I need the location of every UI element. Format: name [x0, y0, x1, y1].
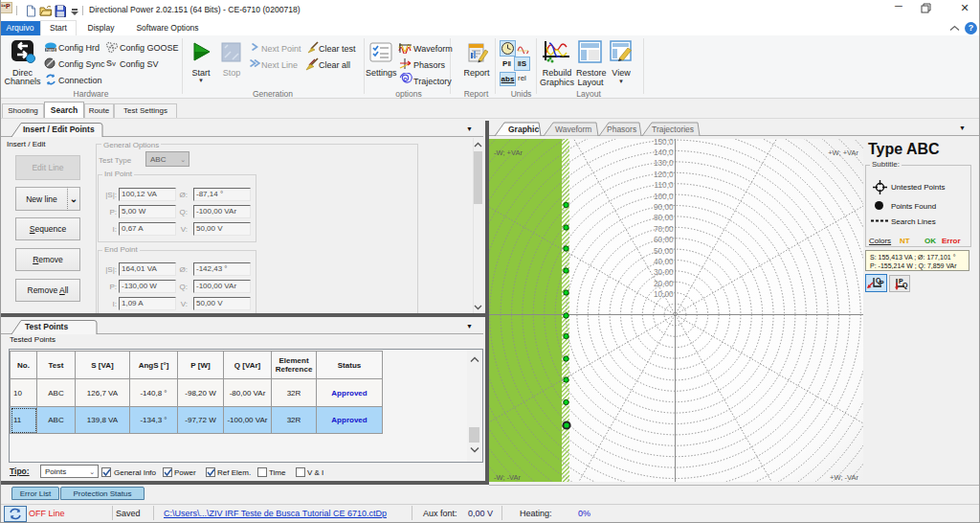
svg-text:+W; -VAr: +W; -VAr — [830, 473, 858, 482]
svg-text:hard: hard — [46, 47, 56, 53]
svg-text:130,0: 130,0 — [654, 159, 674, 168]
svg-text:140,0: 140,0 — [654, 148, 674, 157]
svg-text:40,00: 40,00 — [654, 258, 674, 266]
svg-text:90,00: 90,00 — [654, 203, 674, 212]
svg-text:20,00: 20,00 — [654, 280, 674, 288]
svg-text:30,00: 30,00 — [654, 268, 674, 277]
svg-text:+W; +VAr: +W; +VAr — [828, 148, 858, 157]
svg-text:120,0: 120,0 — [654, 171, 674, 179]
svg-text:60,00: 60,00 — [654, 236, 674, 244]
svg-text:110,0: 110,0 — [655, 181, 674, 190]
svg-text:80,00: 80,00 — [654, 214, 674, 222]
svg-text:P: P — [880, 280, 884, 286]
svg-text:70,00: 70,00 — [654, 225, 674, 234]
svg-text:150,0: 150,0 — [654, 139, 674, 147]
svg-text:10,00: 10,00 — [654, 290, 674, 299]
svg-text:100,0: 100,0 — [654, 193, 674, 201]
svg-text:-W; -VAr: -W; -VAr — [494, 473, 522, 482]
svg-text:50,00: 50,00 — [654, 247, 674, 256]
svg-text:-W; +VAr: -W; +VAr — [494, 148, 523, 157]
svg-text:Q: Q — [902, 282, 908, 289]
